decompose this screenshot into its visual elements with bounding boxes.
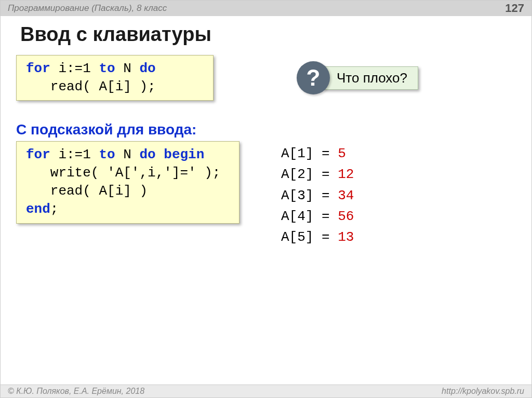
footer-url: http://kpolyakov.spb.ru	[442, 387, 524, 396]
code2-line3: read( A[i] )	[26, 182, 230, 200]
row-first: for i:=1 to N do read( A[i] ); ? Что пло…	[16, 55, 516, 101]
course-title: Программирование (Паскаль), 8 класс	[8, 3, 167, 13]
subtitle: С подсказкой для ввода:	[16, 121, 516, 138]
page-title: Ввод с клавиатуры	[16, 23, 516, 46]
question-mark-icon: ?	[297, 61, 330, 94]
question-callout: ? Что плохо?	[297, 61, 418, 94]
output-line: A[2] = 12	[281, 164, 354, 185]
output-list: A[1] = 5 A[2] = 12 A[3] = 34 A[4] = 56 A…	[281, 143, 354, 248]
slide-content: Ввод с клавиатуры for i:=1 to N do read(…	[1, 16, 531, 255]
kw-do: do	[139, 61, 155, 76]
page-number: 127	[505, 2, 524, 15]
output-line: A[3] = 34	[281, 185, 354, 206]
header-bar: Программирование (Паскаль), 8 класс 127	[1, 1, 531, 16]
question-text: Что плохо?	[323, 66, 418, 90]
output-line: A[1] = 5	[281, 143, 354, 164]
kw-to: to	[99, 61, 115, 76]
row-second: for i:=1 to N do begin write( 'A[',i,']=…	[16, 141, 516, 248]
footer-authors: © К.Ю. Поляков, Е.А. Ерёмин, 2018	[8, 387, 144, 396]
output-line: A[5] = 13	[281, 227, 354, 248]
code1-line2: read( A[i] );	[26, 78, 204, 96]
code-block-2: for i:=1 to N do begin write( 'A[',i,']=…	[16, 141, 240, 223]
code2-line2: write( 'A[',i,']=' );	[26, 164, 230, 182]
output-line: A[4] = 56	[281, 206, 354, 227]
code-block-1: for i:=1 to N do read( A[i] );	[16, 55, 214, 101]
kw-for: for	[26, 61, 50, 76]
footer-bar: © К.Ю. Поляков, Е.А. Ерёмин, 2018 http:/…	[1, 385, 531, 397]
